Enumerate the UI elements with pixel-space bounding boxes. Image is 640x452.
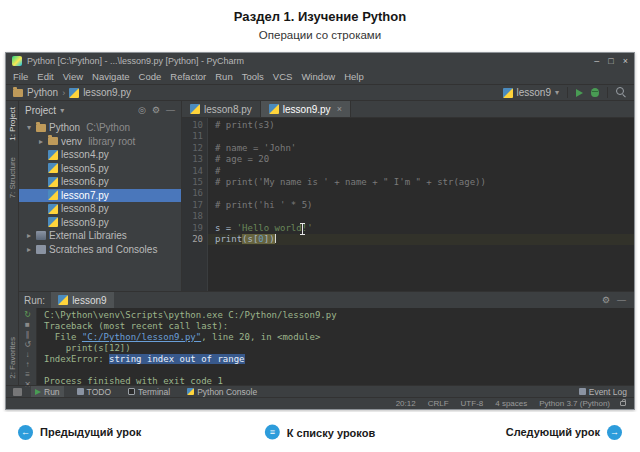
print-icon[interactable]: ≡ — [25, 370, 30, 380]
tree-item-lesson5-py[interactable]: lesson5.py — [19, 162, 181, 176]
rerun-icon[interactable]: ↻ — [24, 310, 31, 320]
chevron-right-icon[interactable]: ▸ — [25, 231, 33, 240]
tree-item-lesson6-py[interactable]: lesson6.py — [19, 175, 181, 189]
status-python-3-7-python[interactable]: Python 3.7 (Python) — [539, 399, 610, 408]
code-line-17[interactable]: 17# print('hi ' * 5) — [182, 200, 634, 211]
toolwindow-button-python-console[interactable]: Python Console — [183, 386, 261, 397]
menu-code[interactable]: Code — [139, 71, 162, 82]
tree-item-python[interactable]: ▾PythonC:\Python — [19, 121, 181, 135]
debug-button[interactable] — [591, 88, 599, 97]
code-line-13[interactable]: 13# age = 20 — [182, 154, 634, 165]
status-crlf[interactable]: CRLF — [428, 399, 449, 408]
menu-view[interactable]: View — [63, 71, 83, 82]
menu-refactor[interactable]: Refactor — [170, 71, 206, 82]
stop-icon[interactable]: ■ — [25, 320, 30, 330]
code-line-16[interactable]: 16 — [182, 188, 634, 199]
scroll-up-icon[interactable]: ↑ — [26, 360, 30, 370]
tree-item-lesson7-py[interactable]: lesson7.py — [19, 189, 181, 203]
run-tab-lesson9[interactable]: lesson9 — [51, 292, 113, 308]
mouse-cursor-ibeam — [299, 223, 306, 235]
toolwindow-button-terminal[interactable]: Terminal — [124, 386, 174, 397]
search-everywhere-icon[interactable] — [616, 87, 627, 98]
tree-item-venv[interactable]: ▸venvlibrary root — [19, 135, 181, 149]
code-editor[interactable]: 10# print(s3)1112# name = 'John'13# age … — [182, 118, 634, 291]
menu-navigate[interactable]: Navigate — [92, 71, 130, 82]
status-4-spaces[interactable]: 4 spaces — [495, 399, 527, 408]
restore-layout-icon[interactable]: ↺ — [24, 340, 31, 350]
settings-icon[interactable]: ⚙ — [602, 296, 610, 305]
chevron-right-icon[interactable]: ▸ — [37, 137, 45, 146]
code-line-20[interactable]: 20print(s[0]) — [182, 234, 634, 245]
event-log-button[interactable]: Event Log — [579, 387, 627, 397]
console-line-3[interactable]: File "C:/Python/lesson9.py", line 20, in… — [44, 332, 634, 343]
chevron-down-icon[interactable]: ▾ — [25, 123, 33, 132]
pycharm-logo-icon — [12, 56, 22, 66]
toolwindow-button-run[interactable]: Run — [31, 386, 64, 397]
settings-icon[interactable]: ⚙ — [152, 106, 160, 115]
tab-lesson9-py[interactable]: lesson9.py× — [261, 101, 351, 117]
tree-item-external-libraries[interactable]: ▸External Libraries — [19, 229, 181, 243]
lock-icon[interactable] — [620, 401, 626, 406]
pause-output-icon[interactable]: ∥ — [26, 330, 30, 340]
tree-item-label: lesson5.py — [61, 163, 109, 174]
next-lesson-button[interactable]: Следующий урок → — [506, 425, 622, 440]
close-tab-icon[interactable]: × — [337, 104, 342, 114]
menu-window[interactable]: Window — [301, 71, 335, 82]
menu-tools[interactable]: Tools — [242, 71, 264, 82]
chevron-right-icon[interactable]: ▸ — [25, 245, 33, 254]
console-line-7[interactable]: Process finished with exit code 1 — [44, 376, 634, 385]
toolwindow-stripe-7-structure[interactable]: 7: Structure — [8, 157, 17, 198]
maximize-button[interactable]: □ — [608, 56, 613, 66]
menu-file[interactable]: File — [13, 71, 28, 82]
code-line-19[interactable]: 19s = 'Hello world!' — [182, 223, 634, 234]
code-line-14[interactable]: 14# — [182, 166, 634, 177]
code-line-text: # print('hi ' * 5) — [208, 200, 634, 211]
code-line-10[interactable]: 10# print(s3) — [182, 120, 634, 131]
toolwindow-button-todo[interactable]: TODO — [73, 386, 115, 397]
hide-panel-icon[interactable]: — — [166, 106, 175, 115]
lesson-list-button[interactable]: ≡ К списку уроков — [265, 425, 375, 440]
console-line-4[interactable]: print(s[12]) — [44, 343, 634, 354]
code-line-12[interactable]: 12# name = 'John' — [182, 143, 634, 154]
line-number: 14 — [182, 166, 208, 177]
toolwindow-switcher-icon[interactable] — [13, 388, 22, 396]
menu-edit[interactable]: Edit — [37, 71, 53, 82]
breadcrumb-file[interactable]: lesson9.py — [83, 87, 131, 98]
breadcrumb-project[interactable]: Python — [27, 87, 58, 98]
close-button[interactable]: × — [623, 56, 628, 66]
run-console-output[interactable]: C:\Python\venv\Scripts\python.exe C:/Pyt… — [37, 308, 634, 385]
menu-help[interactable]: Help — [344, 71, 364, 82]
menu-run[interactable]: Run — [215, 71, 232, 82]
project-panel-header[interactable]: Project ▾ ◎⚙— — [19, 101, 181, 119]
tree-item-lesson9-py[interactable]: lesson9.py — [19, 216, 181, 230]
console-line-5[interactable]: IndexError: string index out of range — [44, 354, 634, 365]
console-line-1[interactable]: C:\Python\venv\Scripts\python.exe C:/Pyt… — [44, 310, 634, 321]
tree-item-label: venv — [61, 136, 82, 147]
tree-item-scratches-and-consoles[interactable]: ▸Scratches and Consoles — [19, 243, 181, 257]
locate-icon[interactable]: ◎ — [138, 106, 146, 115]
tree-item-extra: C:\Python — [86, 122, 130, 133]
tab-lesson8-py[interactable]: lesson8.py — [182, 101, 261, 117]
toolbar-separator — [567, 87, 568, 98]
code-line-11[interactable]: 11 — [182, 131, 634, 142]
tree-item-lesson4-py[interactable]: lesson4.py — [19, 148, 181, 162]
window-titlebar[interactable]: Python [C:\Python] - ...\lesson9.py [Pyt… — [6, 53, 634, 69]
toolwindow-stripe-1-project[interactable]: 1: Project — [8, 107, 17, 141]
menu-vcs[interactable]: VCS — [273, 71, 293, 82]
status-20-12[interactable]: 20:12 — [396, 399, 416, 408]
console-line-6[interactable] — [44, 365, 634, 376]
code-line-15[interactable]: 15# print('My name is ' + name + " I'm "… — [182, 177, 634, 188]
scroll-down-icon[interactable]: ↓ — [26, 350, 30, 360]
hide-panel-icon[interactable]: — — [617, 296, 626, 305]
run-config-selector[interactable]: lesson9 ▾ — [503, 87, 559, 98]
code-line-18[interactable]: 18 — [182, 211, 634, 222]
py-icon — [48, 190, 58, 200]
status-utf-8[interactable]: UTF-8 — [461, 399, 484, 408]
editor-tabs: lesson8.pylesson9.py× — [182, 101, 634, 118]
minimize-button[interactable]: – — [594, 56, 599, 66]
tree-item-lesson8-py[interactable]: lesson8.py — [19, 202, 181, 216]
run-button[interactable] — [576, 89, 583, 97]
prev-lesson-button[interactable]: ← Предыдущий урок — [18, 425, 141, 440]
console-line-2[interactable]: Traceback (most recent call last): — [44, 321, 634, 332]
toolwindow-stripe-2-favorites[interactable]: 2: Favorites — [8, 337, 17, 379]
